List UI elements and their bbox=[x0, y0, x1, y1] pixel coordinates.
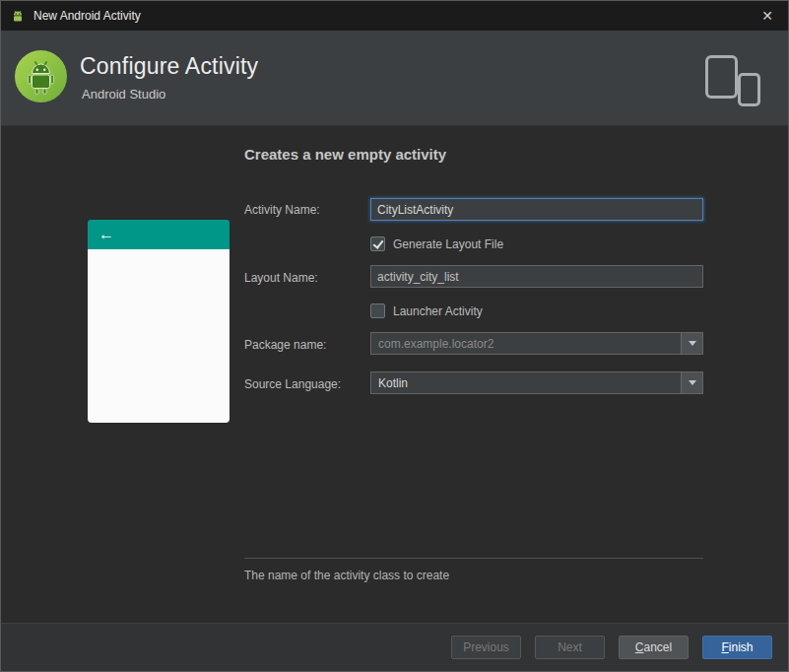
triangle-icon bbox=[689, 380, 696, 385]
activity-name-label: Activity Name: bbox=[244, 203, 320, 217]
wizard-header: Configure Activity Android Studio bbox=[1, 31, 788, 126]
package-name-combo[interactable]: com.example.locator2 bbox=[370, 332, 703, 355]
phone-icon bbox=[738, 73, 760, 106]
source-language-dropdown[interactable]: Kotlin bbox=[370, 371, 703, 394]
finish-label-rest: inish bbox=[729, 640, 754, 654]
finish-button[interactable]: Finish bbox=[702, 636, 772, 659]
launcher-activity-row[interactable]: Launcher Activity bbox=[370, 303, 483, 318]
tablet-icon bbox=[705, 55, 738, 99]
activity-name-input[interactable] bbox=[370, 198, 703, 221]
generate-layout-checkbox[interactable] bbox=[370, 236, 385, 251]
cancel-button[interactable]: Cancel bbox=[619, 636, 689, 659]
header-text: Configure Activity Android Studio bbox=[80, 53, 258, 101]
next-button: Next bbox=[535, 636, 605, 659]
generate-layout-row[interactable]: Generate Layout File bbox=[370, 236, 503, 251]
cancel-label-rest: ancel bbox=[643, 640, 672, 654]
preview-content bbox=[88, 249, 230, 423]
wizard-title: Configure Activity bbox=[80, 53, 258, 80]
wizard-subtitle: Android Studio bbox=[82, 87, 258, 101]
back-arrow-icon: ← bbox=[99, 227, 114, 242]
android-icon bbox=[10, 8, 26, 24]
layout-name-label: Layout Name: bbox=[244, 271, 318, 285]
package-name-label: Package name: bbox=[244, 338, 326, 352]
chevron-down-icon[interactable] bbox=[681, 333, 702, 354]
title-bar: New Android Activity ✕ bbox=[1, 1, 788, 31]
layout-name-input[interactable] bbox=[370, 265, 703, 288]
previous-button: Previous bbox=[451, 636, 521, 659]
triangle-icon bbox=[689, 341, 696, 346]
devices-icon bbox=[705, 55, 762, 106]
source-language-label: Source Language: bbox=[244, 377, 341, 391]
chevron-down-icon[interactable] bbox=[681, 372, 702, 393]
field-hint: The name of the activity class to create bbox=[244, 569, 449, 582]
launcher-activity-label[interactable]: Launcher Activity bbox=[393, 304, 483, 318]
section-heading: Creates a new empty activity bbox=[244, 146, 446, 163]
new-android-activity-dialog: New Android Activity ✕ bbox=[0, 0, 789, 672]
package-name-value: com.example.locator2 bbox=[371, 337, 681, 351]
activity-preview: ← bbox=[88, 220, 230, 423]
button-bar: Previous Next Cancel Finish bbox=[1, 623, 788, 671]
window-title: New Android Activity bbox=[33, 9, 141, 23]
generate-layout-label[interactable]: Generate Layout File bbox=[393, 237, 503, 251]
close-icon[interactable]: ✕ bbox=[758, 1, 776, 31]
android-studio-logo-icon bbox=[14, 49, 68, 103]
preview-appbar: ← bbox=[88, 220, 230, 249]
launcher-activity-checkbox[interactable] bbox=[370, 303, 385, 318]
wizard-body: Creates a new empty activity ← Activity … bbox=[1, 126, 788, 623]
finish-mnemonic: F bbox=[721, 640, 728, 654]
divider bbox=[244, 558, 703, 559]
source-language-value: Kotlin bbox=[371, 376, 681, 390]
